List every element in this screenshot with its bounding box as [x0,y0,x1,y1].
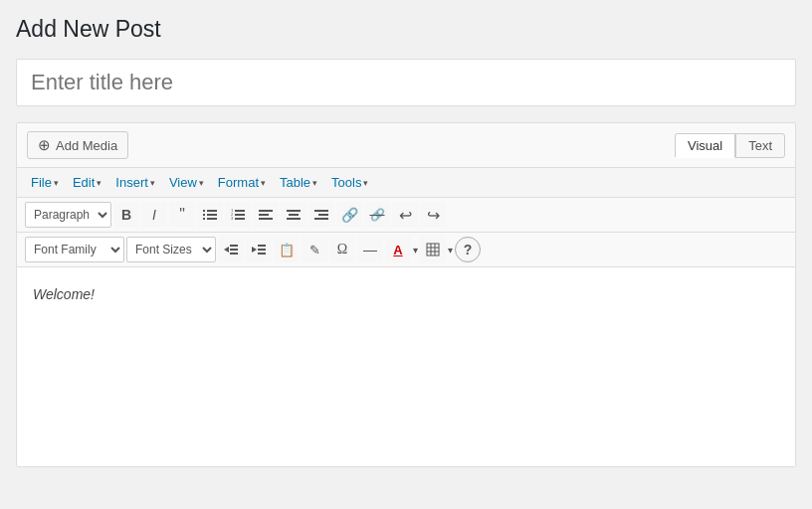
svg-rect-20 [314,218,328,220]
svg-rect-17 [287,218,301,220]
unlink-button[interactable]: 🔗 [364,202,390,228]
indent-button[interactable] [246,237,272,262]
italic-button[interactable]: I [141,202,167,228]
editor-content-text: Welcome! [33,283,779,305]
svg-rect-16 [289,214,299,216]
paste-text-button[interactable]: 📋 [274,237,300,262]
svg-rect-18 [314,210,328,212]
menu-insert-arrow: ▾ [150,178,155,188]
menu-tools-label: Tools [331,175,361,190]
menu-format-arrow: ▾ [261,178,266,188]
svg-rect-7 [235,210,245,212]
svg-rect-28 [258,253,266,254]
menu-view-label: View [169,175,197,190]
svg-rect-0 [203,210,205,212]
menu-edit-label: Edit [73,175,95,190]
svg-rect-26 [258,245,266,247]
svg-rect-29 [427,244,439,255]
undo-button[interactable]: ↩ [392,202,418,228]
special-chars-button[interactable]: Ω [329,237,355,262]
link-button[interactable]: 🔗 [336,202,362,228]
outdent-button[interactable] [218,237,244,262]
editor-top-bar: ⊕ Add Media Visual Text [17,123,795,168]
editor-wrapper: ⊕ Add Media Visual Text File ▾ Edit ▾ In… [16,122,796,467]
menu-tools-arrow: ▾ [363,178,368,188]
svg-marker-25 [252,247,257,253]
blockquote-button[interactable]: " [169,202,195,228]
menu-format-label: Format [218,175,259,190]
svg-rect-22 [230,245,238,247]
numbered-list-button[interactable]: 123 [225,202,251,228]
menu-insert[interactable]: Insert ▾ [109,172,161,193]
add-media-button[interactable]: ⊕ Add Media [27,131,128,159]
menu-file-label: File [31,175,52,190]
menu-view-arrow: ▾ [199,178,204,188]
font-color-button[interactable]: A [385,237,411,262]
add-media-icon: ⊕ [38,136,51,154]
svg-rect-24 [230,253,238,254]
svg-rect-15 [287,210,301,212]
svg-rect-4 [203,218,205,220]
align-center-button[interactable] [281,202,306,228]
svg-rect-14 [259,218,273,220]
menu-format[interactable]: Format ▾ [212,172,272,193]
bold-button[interactable]: B [113,202,139,228]
svg-rect-13 [259,214,269,216]
view-tabs: Visual Text [675,133,785,158]
table-arrow[interactable]: ▾ [448,245,453,255]
clear-format-button[interactable]: ✎ [302,237,327,262]
svg-rect-11 [235,218,245,220]
post-title-input[interactable] [16,59,796,106]
table-button[interactable] [420,237,446,262]
svg-rect-27 [258,249,266,251]
paragraph-select[interactable]: Paragraph Heading 1 Heading 2 Heading 3 [25,202,111,228]
horizontal-rule-button[interactable]: — [357,237,383,262]
svg-marker-21 [224,247,229,253]
tab-text[interactable]: Text [735,133,785,158]
bullet-list-button[interactable] [197,202,223,228]
menu-table-arrow: ▾ [312,178,317,188]
svg-rect-2 [203,214,205,216]
editor-content[interactable]: Welcome! [17,267,795,466]
svg-rect-19 [318,214,328,216]
menu-table-label: Table [280,175,310,190]
svg-rect-5 [207,218,217,220]
svg-rect-23 [230,249,238,251]
menu-file-arrow: ▾ [54,178,59,188]
menu-tools[interactable]: Tools ▾ [325,172,374,193]
add-media-label: Add Media [56,138,117,153]
align-right-button[interactable] [308,202,334,228]
menu-table[interactable]: Table ▾ [274,172,323,193]
menu-edit-arrow: ▾ [97,178,102,188]
toolbar-row-2: Font Family Font Sizes 8pt 10pt 12pt 14p… [17,233,795,267]
help-button[interactable]: ? [455,237,481,262]
svg-rect-1 [207,210,217,212]
page-title: Add New Post [16,16,796,43]
svg-rect-12 [259,210,273,212]
toolbar-row-1: Paragraph Heading 1 Heading 2 Heading 3 … [17,198,795,233]
tab-visual[interactable]: Visual [675,133,735,158]
menu-view[interactable]: View ▾ [163,172,210,193]
font-family-select[interactable]: Font Family [25,237,124,262]
svg-rect-3 [207,214,217,216]
svg-rect-9 [235,214,245,216]
font-sizes-select[interactable]: Font Sizes 8pt 10pt 12pt 14pt 18pt 24pt [126,237,216,262]
menu-edit[interactable]: Edit ▾ [67,172,107,193]
font-color-arrow[interactable]: ▾ [413,245,418,255]
redo-button[interactable]: ↪ [420,202,446,228]
align-left-button[interactable] [253,202,279,228]
menu-insert-label: Insert [115,175,148,190]
svg-text:3: 3 [231,216,234,221]
menu-file[interactable]: File ▾ [25,172,65,193]
menu-bar: File ▾ Edit ▾ Insert ▾ View ▾ Format ▾ T… [17,168,795,198]
